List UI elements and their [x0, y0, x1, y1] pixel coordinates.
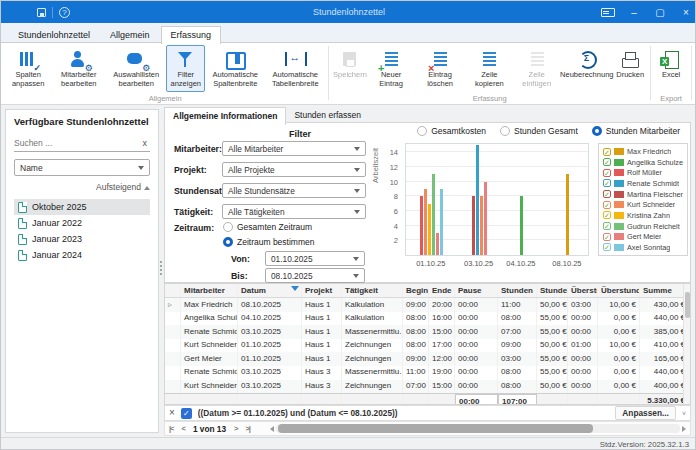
- adjust-filter-button[interactable]: Anpassen...: [615, 406, 676, 420]
- table-cell[interactable]: 15:00: [429, 325, 455, 339]
- table-cell[interactable]: 00:00: [455, 352, 498, 366]
- radio-zeitraum-bestimmen[interactable]: Zeitraum bestimmen: [223, 237, 314, 247]
- table-cell[interactable]: 03.10.2025: [238, 380, 302, 394]
- ribbon-options-icon[interactable]: [601, 8, 615, 17]
- table-cell[interactable]: 440,00 €: [640, 366, 689, 380]
- table-cell[interactable]: 00:00: [455, 312, 498, 326]
- table-cell[interactable]: Haus 3: [302, 380, 342, 394]
- table-cell[interactable]: 165,00 €: [640, 352, 689, 366]
- column-header-stunden[interactable]: Stunden: [498, 284, 537, 297]
- filter-remove-button[interactable]: ×: [169, 408, 175, 418]
- table-cell[interactable]: 10,00 €: [598, 339, 640, 353]
- table-vertical-scrollbar[interactable]: [683, 284, 690, 405]
- table-row[interactable]: ▹Max Friedrich08.10.2025Haus 1Kalkulatio…: [165, 298, 690, 312]
- table-cell[interactable]: Haus 1: [302, 298, 342, 312]
- legend-item-max-friedrich[interactable]: ✓Max Friedrich: [603, 147, 683, 156]
- table-cell[interactable]: 08:00: [498, 312, 537, 326]
- column-header-mitarbeiter[interactable]: Mitarbeiter: [181, 284, 238, 297]
- table-cell[interactable]: 00:00: [568, 325, 598, 339]
- scrollbar-thumb[interactable]: [278, 424, 593, 433]
- minimize-icon[interactable]: –: [627, 7, 641, 18]
- table-cell[interactable]: 00:00: [568, 380, 598, 394]
- sort-field-select[interactable]: Name: [14, 159, 150, 176]
- last-page-button[interactable]: >|: [245, 424, 249, 433]
- table-cell[interactable]: 01.10.2025: [238, 339, 302, 353]
- close-icon[interactable]: ×: [679, 7, 693, 18]
- table-cell[interactable]: 0,00 €: [598, 325, 640, 339]
- table-cell[interactable]: 50,00 €: [537, 380, 568, 394]
- radio-gesamten-zeitraum[interactable]: Gesamten Zeitraum: [223, 222, 312, 232]
- table-cell[interactable]: 00:00: [455, 325, 498, 339]
- table-row[interactable]: Renate Schmidt03.10.2025Haus 3Massenermi…: [165, 366, 690, 380]
- row-selector[interactable]: ▹: [165, 298, 181, 312]
- table-cell[interactable]: 11:00: [498, 298, 537, 312]
- legend-item-gudrun-reichelt[interactable]: ✓Gudrun Reichelt: [603, 222, 683, 231]
- table-cell[interactable]: 08:00: [498, 380, 537, 394]
- legend-item-axel-sonntag[interactable]: ✓Axel Sonntag: [603, 243, 683, 252]
- column-header-pause[interactable]: Pause: [455, 284, 498, 297]
- table-cell[interactable]: Haus 3: [302, 366, 342, 380]
- table-cell[interactable]: 20:00: [429, 298, 455, 312]
- column-header-projekt[interactable]: Projekt: [302, 284, 342, 297]
- search-clear-button[interactable]: x: [140, 138, 151, 148]
- table-cell[interactable]: Massenermittlu...: [342, 366, 403, 380]
- table-cell[interactable]: Kurt Schneider: [181, 339, 238, 353]
- table-cell[interactable]: 55,00 €: [537, 312, 568, 326]
- auswahllisten-bearbeiten-button[interactable]: ⚙Auswahllisten bearbeiten: [106, 45, 166, 92]
- excel-button[interactable]: Excel: [654, 45, 688, 92]
- spalten-anpassen-button[interactable]: Spalten anpassen: [5, 45, 51, 92]
- table-cell[interactable]: Zeichnungen: [342, 352, 403, 366]
- table-cell[interactable]: 09:00: [403, 298, 429, 312]
- automatische-spaltenbreite-button[interactable]: Automatische Spaltenbreite: [205, 45, 265, 92]
- checkbox-icon[interactable]: ✓: [603, 201, 611, 209]
- table-cell[interactable]: 01:00: [568, 339, 598, 353]
- table-horizontal-scrollbar[interactable]: [270, 424, 686, 433]
- column-header-ende[interactable]: Ende: [429, 284, 455, 297]
- view-radio-stunden-mitarbeiter[interactable]: Stunden Mitarbeiter: [592, 126, 680, 136]
- table-cell[interactable]: Haus 1: [302, 352, 342, 366]
- scrollbar-thumb[interactable]: [685, 292, 690, 318]
- table-cell[interactable]: 10,00 €: [598, 298, 640, 312]
- table-cell[interactable]: 00:00: [455, 339, 498, 353]
- table-row[interactable]: Kurt Schneider03.10.2025Haus 3Zeichnunge…: [165, 380, 690, 394]
- list-item-januar-2024[interactable]: Januar 2024: [14, 247, 150, 263]
- stundensatz-select[interactable]: Alle Stundensätze: [222, 183, 366, 198]
- table-cell[interactable]: 04.10.2025: [238, 312, 302, 326]
- table-cell[interactable]: 55,00 €: [537, 366, 568, 380]
- checkbox-icon[interactable]: ✓: [603, 190, 611, 198]
- table-cell[interactable]: 50,00 €: [537, 339, 568, 353]
- sort-direction-toggle[interactable]: Aufsteigend: [14, 182, 150, 192]
- table-cell[interactable]: 03.10.2025: [238, 325, 302, 339]
- table-row[interactable]: Renate Schmidt03.10.2025Haus 1Massenermi…: [165, 325, 690, 339]
- table-cell[interactable]: Max Friedrich: [181, 298, 238, 312]
- column-header-summe[interactable]: Summe: [640, 284, 689, 297]
- checkbox-icon[interactable]: ✓: [603, 243, 611, 251]
- mitarbeiter-bearbeiten-button[interactable]: ⚙Mitarbeiter bearbeiten: [51, 45, 106, 92]
- legend-item-gert-meier[interactable]: ✓Gert Meier: [603, 232, 683, 241]
- row-selector[interactable]: [165, 312, 181, 326]
- scrollbar-track[interactable]: [276, 424, 680, 433]
- table-cell[interactable]: 00:00: [568, 366, 598, 380]
- table-cell[interactable]: 09:00: [403, 352, 429, 366]
- scroll-right-icon[interactable]: [682, 426, 686, 432]
- table-cell[interactable]: 00:00: [568, 312, 598, 326]
- maximize-icon[interactable]: ▢: [653, 7, 667, 18]
- table-cell[interactable]: Haus 1: [302, 339, 342, 353]
- von-date-select[interactable]: 01.10.2025: [265, 251, 365, 266]
- table-cell[interactable]: Zeichnungen: [342, 380, 403, 394]
- checkbox-icon[interactable]: ✓: [603, 222, 611, 230]
- filter-anzeigen-button[interactable]: Filter anzeigen: [166, 45, 205, 92]
- t-tigkeit-select[interactable]: Alle Tätigkeiten: [222, 204, 366, 219]
- table-row[interactable]: Kurt Schneider01.10.2025Haus 1Zeichnunge…: [165, 339, 690, 353]
- column-header-beginn[interactable]: Beginn: [403, 284, 429, 297]
- checkbox-icon[interactable]: ✓: [603, 211, 611, 219]
- chevron-down-icon[interactable]: ˅: [682, 410, 686, 417]
- neuberechnung-button[interactable]: Neuberechnung: [560, 45, 613, 92]
- table-cell[interactable]: 00:00: [455, 366, 498, 380]
- table-cell[interactable]: 07:00: [498, 325, 537, 339]
- table-cell[interactable]: Gert Meier: [181, 352, 238, 366]
- search-input[interactable]: [14, 138, 140, 148]
- zeile-kopieren-button[interactable]: Zeile kopieren: [466, 45, 513, 92]
- next-page-button[interactable]: >: [234, 424, 237, 433]
- mitarbeiter-select[interactable]: Alle Mitarbeiter: [222, 141, 366, 156]
